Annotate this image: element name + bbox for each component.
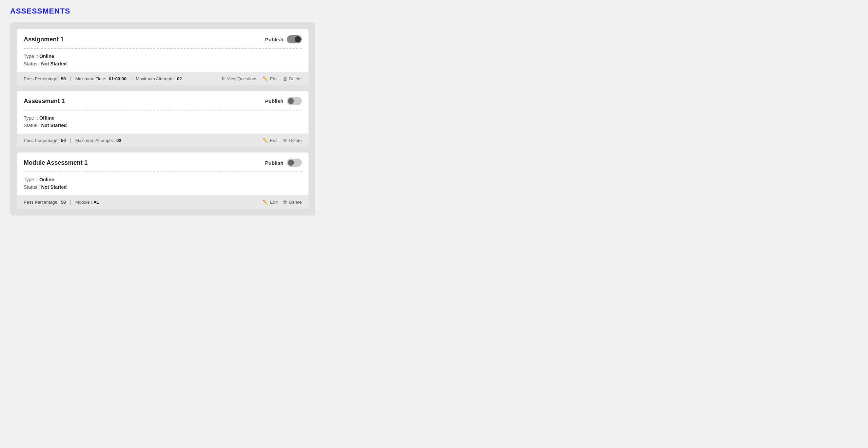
sep2-assignment-1: | <box>131 76 132 81</box>
card-title-assessment-1: Assessment 1 <box>24 98 65 105</box>
trash-icon: 🗑 <box>283 76 287 81</box>
pencil-icon: ✏️ <box>263 76 268 81</box>
max-time-assignment-1: Maximum Time : 01:00:00 <box>75 76 126 81</box>
assessment-card-assessment-1: Assessment 1PublishType : OfflineStatus … <box>17 91 309 147</box>
delete-label: Delete <box>289 138 302 143</box>
pencil-icon: ✏️ <box>263 200 268 205</box>
pass-percentage-assessment-1: Pass Percentage : 50 <box>24 138 66 143</box>
edit-label: Edit <box>270 138 277 143</box>
type-item-assessment-1: Type : Offline <box>24 115 302 121</box>
view-questions-btn-assignment-1[interactable]: 👁 View Questions <box>221 76 257 81</box>
card-footer-assessment-1: Pass Percentage : 50|Maximum Attempts : … <box>17 134 309 147</box>
assessments-container: Assignment 1PublishType : OnlineStatus :… <box>10 22 315 216</box>
pass-percentage-module-assessment-1: Pass Percentage : 50 <box>24 200 66 205</box>
sep1-assignment-1: | <box>70 76 71 81</box>
type-item-assignment-1: Type : Online <box>24 54 302 59</box>
max-attempts-assessment-1: Maximum Attempts : 02 <box>75 138 121 143</box>
publish-section-module-assessment-1: Publish <box>265 159 302 167</box>
publish-section-assignment-1: Publish <box>265 35 302 43</box>
card-title-assignment-1: Assignment 1 <box>24 36 64 43</box>
publish-toggle-assessment-1[interactable] <box>287 97 302 105</box>
sep2-assessment-1: | <box>70 138 71 143</box>
delete-btn-assignment-1[interactable]: 🗑 Delete <box>283 76 302 81</box>
edit-label: Edit <box>270 200 277 205</box>
publish-section-assessment-1: Publish <box>265 97 302 105</box>
card-footer-assignment-1: Pass Percentage : 50|Maximum Time : 01:0… <box>17 72 309 85</box>
card-body-assessment-1: Type : OfflineStatus : Not Started <box>17 110 309 134</box>
page-title: ASSESSMENTS <box>10 7 858 16</box>
delete-label: Delete <box>289 200 302 205</box>
status-item-module-assessment-1: Status : Not Started <box>24 184 302 190</box>
view-questions-label: View Questions <box>227 76 257 81</box>
card-footer-module-assessment-1: Pass Percentage : 50|Module : A1✏️ Edit🗑… <box>17 195 309 209</box>
module-module-assessment-1: Module : A1 <box>75 200 99 205</box>
delete-label: Delete <box>289 76 302 81</box>
card-info-row-assessment-1: Type : OfflineStatus : Not Started <box>24 115 302 128</box>
card-info-row-module-assessment-1: Type : OnlineStatus : Not Started <box>24 177 302 190</box>
delete-btn-assessment-1[interactable]: 🗑 Delete <box>283 138 302 143</box>
card-header-assessment-1: Assessment 1Publish <box>17 91 309 110</box>
edit-btn-assignment-1[interactable]: ✏️ Edit <box>263 76 277 81</box>
card-title-module-assessment-1: Module Assessment 1 <box>24 159 87 166</box>
footer-actions-assessment-1: ✏️ Edit🗑 Delete <box>263 138 302 143</box>
eye-icon: 👁 <box>221 76 225 81</box>
type-item-module-assessment-1: Type : Online <box>24 177 302 182</box>
assessment-card-module-assessment-1: Module Assessment 1PublishType : OnlineS… <box>17 152 309 209</box>
card-header-module-assessment-1: Module Assessment 1Publish <box>17 152 309 171</box>
publish-label-assessment-1: Publish <box>265 98 283 104</box>
status-item-assignment-1: Status : Not Started <box>24 61 302 66</box>
delete-btn-module-assessment-1[interactable]: 🗑 Delete <box>283 200 302 205</box>
publish-toggle-module-assessment-1[interactable] <box>287 159 302 167</box>
publish-toggle-assignment-1[interactable] <box>287 35 302 43</box>
publish-label-module-assessment-1: Publish <box>265 160 283 166</box>
card-body-assignment-1: Type : OnlineStatus : Not Started <box>17 49 309 72</box>
card-header-assignment-1: Assignment 1Publish <box>17 29 309 48</box>
card-body-module-assessment-1: Type : OnlineStatus : Not Started <box>17 172 309 195</box>
edit-btn-assessment-1[interactable]: ✏️ Edit <box>263 138 277 143</box>
edit-btn-module-assessment-1[interactable]: ✏️ Edit <box>263 200 277 205</box>
footer-actions-assignment-1: 👁 View Questions✏️ Edit🗑 Delete <box>221 76 302 81</box>
card-info-row-assignment-1: Type : OnlineStatus : Not Started <box>24 54 302 66</box>
footer-actions-module-assessment-1: ✏️ Edit🗑 Delete <box>263 200 302 205</box>
edit-label: Edit <box>270 76 277 81</box>
publish-label-assignment-1: Publish <box>265 37 283 42</box>
pencil-icon: ✏️ <box>263 138 268 143</box>
trash-icon: 🗑 <box>283 138 287 143</box>
trash-icon: 🗑 <box>283 200 287 205</box>
status-item-assessment-1: Status : Not Started <box>24 123 302 128</box>
pass-percentage-assignment-1: Pass Percentage : 50 <box>24 76 66 81</box>
sep3-module-assessment-1: | <box>70 199 71 205</box>
max-attempts-assignment-1: Maximum Attempts : 02 <box>136 76 182 81</box>
assessment-card-assignment-1: Assignment 1PublishType : OnlineStatus :… <box>17 29 309 85</box>
